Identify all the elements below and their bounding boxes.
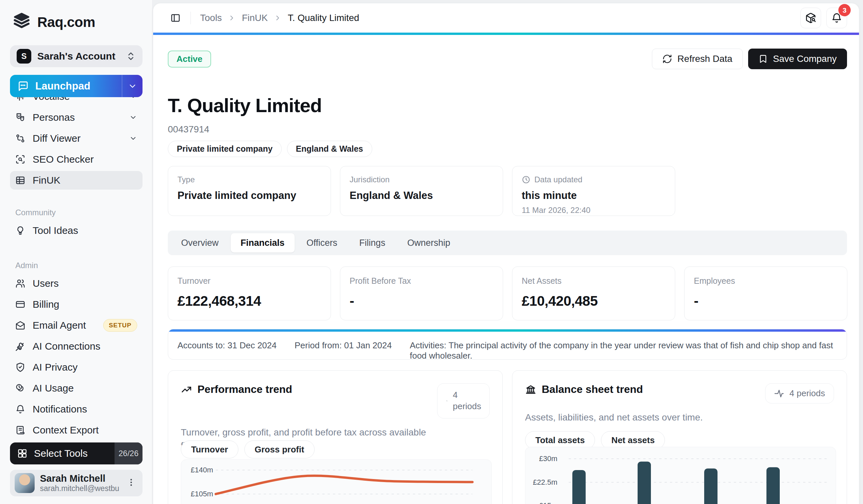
axis-tick-label: £105m (184, 490, 213, 498)
chevron-down-icon (129, 114, 137, 121)
launchpad-button[interactable]: Launchpad (10, 75, 142, 97)
user-profile-card[interactable]: Sarah Mitchell sarah.mitchell@westbur... (10, 470, 142, 496)
sidebar-item-ai-privacy[interactable]: AI Privacy (10, 358, 142, 377)
tab-financials[interactable]: Financials (231, 233, 295, 253)
tab-overview[interactable]: Overview (171, 233, 229, 253)
refresh-icon (662, 54, 672, 64)
performance-line-chart[interactable]: £140m£105m£70m£35m (181, 460, 492, 504)
git-compare-icon (15, 133, 25, 143)
layers-logo-icon (12, 12, 31, 33)
sidebar-item-email-agent[interactable]: Email Agent SETUP (10, 316, 142, 335)
activity-icon (774, 389, 784, 399)
select-tools-button[interactable]: Select Tools 26/26 (10, 442, 142, 464)
message-dots-icon (17, 80, 29, 92)
sidebar-item-context-export[interactable]: Context Export (10, 421, 142, 439)
refresh-data-button[interactable]: Refresh Data (652, 49, 743, 69)
balance-sheet-description: Assets, liabilities, and net assets over… (525, 411, 791, 425)
breadcrumb-tools[interactable]: Tools (200, 13, 222, 23)
accounts-to: Accounts to: 31 Dec 2024 (177, 340, 277, 360)
periods-badge: 4 periods (765, 383, 834, 403)
mail-icon (15, 320, 25, 330)
panel-left-toggle-icon[interactable] (168, 10, 183, 26)
metric-card-turnover: Turnover £122,468,314 (168, 267, 331, 320)
performance-trend-card: Performance trend 4 periods Turnover, gr… (168, 370, 503, 504)
divider (190, 12, 191, 24)
account-avatar: S (17, 49, 31, 64)
sidebar-item-seo-checker[interactable]: SEO Checker (10, 150, 142, 169)
tab-officers[interactable]: Officers (297, 233, 348, 253)
tabs-bar: Overview Financials Officers Filings Own… (168, 231, 847, 255)
info-card-jurisdiction: Jurisdiction England & Wales (340, 166, 503, 216)
breadcrumb-finuk[interactable]: FinUK (242, 13, 268, 23)
sidebar-item-tool-ideas[interactable]: Tool Ideas (10, 221, 142, 240)
scan-search-icon (15, 154, 25, 164)
bar-total-assets (704, 468, 717, 504)
sidebar-section-community: Community (10, 206, 142, 219)
sidebar-item-personas[interactable]: Personas (10, 108, 142, 127)
chevron-right-icon (274, 14, 282, 22)
trending-up-icon (181, 384, 192, 395)
user-name: Sarah Mitchell (40, 473, 119, 484)
toggle-turnover[interactable]: Turnover (181, 440, 238, 458)
bar-total-assets (572, 470, 586, 504)
users-icon (15, 279, 25, 288)
main-panel: Tools FinUK T. Quality Limited 3 Active … (153, 3, 859, 504)
sidebar-item-ai-usage[interactable]: AI Usage (10, 379, 142, 398)
bell-icon (15, 404, 25, 414)
topbar: Tools FinUK T. Quality Limited 3 (153, 3, 859, 33)
sidebar-item-billing[interactable]: Billing (10, 295, 142, 314)
user-email: sarah.mitchell@westbur... (40, 484, 119, 493)
accent-gradient-bar (153, 33, 859, 35)
credit-card-icon (15, 299, 25, 309)
balance-bar-svg (525, 447, 836, 504)
plug-icon (15, 341, 25, 351)
breadcrumb-current: T. Quality Limited (288, 13, 359, 23)
tab-filings[interactable]: Filings (349, 233, 395, 253)
launchpad-label: Launchpad (35, 80, 90, 92)
company-type-badge: Private limited company (168, 141, 282, 157)
toggle-total-assets[interactable]: Total assets (525, 431, 595, 449)
kebab-menu-icon[interactable] (125, 476, 138, 490)
sidebar-item-notifications[interactable]: Notifications (10, 400, 142, 418)
sidebar-section-admin: Admin (10, 259, 142, 272)
sidebar-item-ai-connections[interactable]: AI Connections (10, 337, 142, 356)
sidebar: Raq.com S Sarah's Account Launchpad (0, 0, 152, 504)
notifications-button[interactable]: 3 (826, 8, 847, 28)
sidebar-item-finuk[interactable]: FinUK (10, 171, 142, 190)
package-search-icon (805, 12, 816, 24)
sidebar-item-diff-viewer[interactable]: Diff Viewer (10, 129, 142, 148)
shield-check-icon (15, 362, 25, 372)
setup-badge: SETUP (103, 319, 137, 332)
balance-sheet-trend-title: Balance sheet trend (542, 383, 643, 396)
bookmark-icon (759, 54, 768, 64)
activity-icon (446, 396, 448, 406)
balance-bar-chart[interactable]: £30m£22.5m£15m£7.5m (525, 447, 836, 504)
brand-logo[interactable]: Raq.com (12, 12, 95, 33)
company-number: 00437914 (168, 124, 210, 135)
axis-tick-label: £30m (528, 454, 558, 463)
sidebar-item-users[interactable]: Users (10, 274, 142, 293)
launchpad-expand-button[interactable] (122, 75, 142, 97)
axis-tick-label: £22.5m (528, 478, 558, 487)
status-badge: Active (168, 51, 211, 67)
data-updated-timestamp: 11 Mar 2026, 22:40 (522, 206, 665, 215)
chevron-right-icon (228, 14, 236, 22)
avatar (15, 473, 35, 493)
coins-icon (15, 383, 25, 393)
package-search-button[interactable] (800, 8, 821, 28)
tab-ownership[interactable]: Ownership (397, 233, 460, 253)
metric-card-net-assets: Net Assets £10,420,485 (512, 267, 675, 320)
account-switcher[interactable]: S Sarah's Account (10, 45, 142, 67)
toggle-gross-profit[interactable]: Gross profit (245, 440, 315, 458)
periods-badge: 4 periods (437, 383, 490, 418)
metric-card-profit-before-tax: Profit Before Tax - (340, 267, 503, 320)
landmark-icon (525, 384, 536, 395)
balance-sheet-trend-card: Balance sheet trend 4 periods Assets, li… (512, 370, 847, 504)
notification-count-badge: 3 (838, 4, 851, 16)
metric-card-employees: Employees - (684, 267, 847, 320)
layout-grid-icon (17, 449, 27, 458)
save-company-button[interactable]: Save Company (748, 49, 847, 69)
axis-tick-label: £15m (528, 501, 558, 504)
chevrons-up-down-icon (126, 51, 136, 61)
toggle-net-assets[interactable]: Net assets (601, 431, 665, 449)
